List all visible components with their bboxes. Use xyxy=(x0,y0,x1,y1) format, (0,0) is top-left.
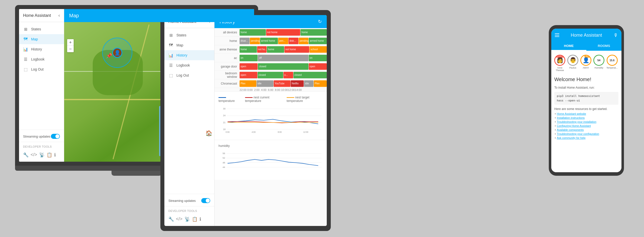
timeline-label: 22:00 xyxy=(240,88,247,91)
hbar: open xyxy=(240,72,257,78)
tablet-dev-icon-4[interactable]: 📋 xyxy=(192,216,197,222)
humidity-stat-circle: 54 xyxy=(593,55,604,66)
history-bars-chromecast: Plex idle YouTube Netflix idle Plex xyxy=(240,80,327,87)
laptop-nav-states-label: States xyxy=(31,27,41,31)
link-install-instructions[interactable]: Installation instructions xyxy=(554,116,618,119)
tablet-nav-logout[interactable]: ⬚ Log Out xyxy=(164,70,214,80)
history-icon: 📊 xyxy=(23,47,28,52)
tablet-refresh-icon[interactable]: ↻ xyxy=(318,19,322,24)
history-row-chromecast: Chromecast Plex idle YouTube Netflix idl… xyxy=(214,79,327,88)
tablet-nav-history[interactable]: 📊 History xyxy=(164,50,214,60)
hbar: YouTube xyxy=(274,80,290,87)
history-label-anne: anne therese xyxy=(214,48,240,51)
svg-text:12:00: 12:00 xyxy=(303,131,308,133)
dev-icon-template[interactable]: 📋 xyxy=(47,152,52,158)
zoom-out-button[interactable]: − xyxy=(67,46,74,52)
laptop-sidebar: Home Assistant ‹ ⊞ States 🗺 Map 📊 Histor… xyxy=(19,9,64,162)
timeline-label: 8:00 xyxy=(274,88,281,91)
paulus-avatar-circle: 👨 xyxy=(567,55,578,66)
laptop-streaming-toggle[interactable] xyxy=(51,134,60,139)
laptop-nav: ⊞ States 🗺 Map 📊 History ☰ Logbook xyxy=(19,22,64,130)
hbar: o... xyxy=(283,72,293,78)
away-avatar-circle: 👤 AWAY xyxy=(580,55,591,66)
tablet-dev-tools: Developer Tools 🔧 </> 📡 📋 ℹ xyxy=(164,206,214,226)
anne-avatar-circle: 👩 SCHOOL xyxy=(554,55,565,66)
laptop-close-icon[interactable]: ‹ xyxy=(58,13,60,18)
laptop-map-title: Map xyxy=(69,13,79,19)
link-community-help[interactable]: Ask community for help xyxy=(554,136,618,139)
dev-icon-info[interactable]: 🔧 xyxy=(23,152,29,158)
phone-menu-icon[interactable] xyxy=(555,33,559,37)
history-label-bedroom: bedroom window xyxy=(214,72,240,79)
tablet-body: Home Assistant ‹ ⊞ States 🗺 Map 📊 Histor… xyxy=(160,10,331,231)
tablet-nav-logbook-label: Logbook xyxy=(176,63,190,67)
laptop-nav-history-label: History xyxy=(31,47,42,51)
laptop-stand xyxy=(112,171,162,176)
dev-icon-wifi[interactable]: 📡 xyxy=(39,152,45,158)
timeline-label: 6:00 xyxy=(267,88,274,91)
svg-text:4:00: 4:00 xyxy=(252,131,256,133)
phone-content: 👩 SCHOOL AnneTherese 👨 Paulus xyxy=(551,51,621,172)
phone-avatar-away: 👤 AWAY AWAY xyxy=(580,55,591,72)
laptop-nav-map[interactable]: 🗺 Map xyxy=(19,34,64,44)
tablet-history-icon: 📊 xyxy=(168,53,173,58)
timeline-label: 10:00 xyxy=(281,88,288,91)
dev-icon-code[interactable]: </> xyxy=(31,152,37,158)
link-ha-website[interactable]: Home Assistant website xyxy=(554,112,618,115)
link-available-components[interactable]: Available components xyxy=(554,128,618,131)
phone-avatar-anne: 👩 SCHOOL AnneTherese xyxy=(554,55,565,72)
svg-text:8:00: 8:00 xyxy=(278,131,282,133)
tablet-nav-map[interactable]: 🗺 Map xyxy=(164,40,214,50)
tablet-dev-icon-2[interactable]: </> xyxy=(176,216,182,222)
legend-temperature: temperature xyxy=(219,96,241,103)
link-troubleshoot-install[interactable]: Troubleshooting your installation xyxy=(554,120,618,123)
tablet-nav-logbook[interactable]: ☰ Logbook xyxy=(164,60,214,70)
paulus-avatar-label: Paulus xyxy=(569,67,576,69)
hbar: disar... xyxy=(240,38,250,44)
hbar: idle xyxy=(304,80,313,87)
tablet-dev-icon-1[interactable]: 🔧 xyxy=(168,216,174,222)
hbar: not home xyxy=(266,29,300,36)
laptop-zoom-controls: + − xyxy=(67,39,74,52)
phone-nav: HOME ROOMS xyxy=(551,42,621,51)
laptop-app-title: Home Assistant xyxy=(23,13,51,18)
history-row-home: home disar... pending armed home pen... … xyxy=(214,37,327,45)
svg-text:24: 24 xyxy=(223,114,226,117)
laptop-nav-states[interactable]: ⊞ States xyxy=(19,24,64,34)
timeline-label: 14:00 xyxy=(295,88,302,91)
hbar: home xyxy=(300,29,327,36)
history-bars-ac: on off on xyxy=(240,55,327,61)
phone-tab-rooms[interactable]: ROOMS xyxy=(586,42,621,51)
hbar: home xyxy=(240,29,266,36)
phone-mic-icon[interactable]: 🎙 xyxy=(613,33,618,38)
tablet-dev-icon-5[interactable]: ℹ xyxy=(199,216,201,222)
link-configuring-ha[interactable]: Configuring Home Assistant xyxy=(554,124,618,127)
tablet-dev-icon-3[interactable]: 📡 xyxy=(184,216,190,222)
history-bars-bedroom: open closed o... closed xyxy=(240,72,327,78)
hbar: open xyxy=(240,63,258,70)
svg-text:44: 44 xyxy=(223,166,225,168)
temp-stat-label: Temperat... xyxy=(606,67,618,69)
hbar: idle xyxy=(257,80,273,87)
welcome-title: Welcome Home! xyxy=(554,77,618,82)
laptop-streaming-row: Streaming updates xyxy=(23,133,60,140)
phone-tab-home[interactable]: HOME xyxy=(551,42,586,51)
tablet-logbook-icon: ☰ xyxy=(168,63,173,68)
phone-app-title: Home Assistant xyxy=(571,33,602,38)
tablet-streaming-toggle[interactable] xyxy=(201,198,210,203)
timeline-label: 12:00 xyxy=(288,88,295,91)
laptop-nav-history[interactable]: 📊 History xyxy=(19,44,64,54)
zoom-in-button[interactable]: + xyxy=(67,39,74,46)
hbar: Plex xyxy=(240,80,256,87)
tablet-streaming-label: Streaming updates xyxy=(168,199,196,203)
dev-icon-about[interactable]: ℹ xyxy=(54,152,56,158)
laptop-nav-logout[interactable]: ⬚ Log Out xyxy=(19,64,64,74)
history-label-home: home xyxy=(214,39,240,43)
tablet-nav-states-label: States xyxy=(176,33,186,37)
laptop-sidebar-streaming: Streaming updates xyxy=(19,130,64,142)
link-troubleshoot-config[interactable]: Troubleshooting your configuration xyxy=(554,132,618,135)
laptop-nav-logbook[interactable]: ☰ Logbook xyxy=(19,54,64,64)
phone-header: Home Assistant 🎙 xyxy=(551,29,621,42)
tablet-nav-states[interactable]: ⊞ States xyxy=(164,30,214,40)
temperature-chart-area: temperature nest current temperature nes… xyxy=(214,91,327,140)
